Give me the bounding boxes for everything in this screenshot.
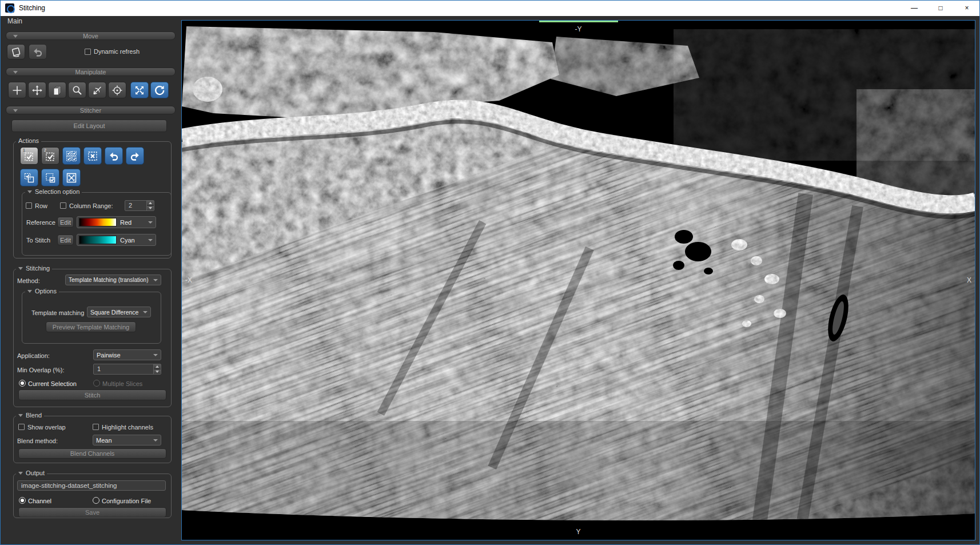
output-filename-input[interactable]: image-stitching-dataset_stitching (17, 480, 166, 491)
spin-down-icon[interactable] (147, 206, 154, 210)
collapse-arrow-icon (13, 71, 18, 74)
current-selection-radio[interactable] (19, 380, 26, 387)
collapse-arrow-icon (13, 109, 18, 112)
undo-button[interactable] (105, 147, 123, 165)
rotate-tool-button[interactable] (88, 82, 106, 98)
move-undo-button[interactable] (29, 44, 47, 59)
reference-label: Reference (26, 219, 55, 226)
configuration-file-radio[interactable] (93, 497, 99, 504)
row-checkbox[interactable] (26, 202, 32, 209)
axis-label-bottom: Y (576, 528, 580, 536)
tilt-layout-button[interactable] (7, 44, 25, 59)
application-dropdown[interactable]: Pairwise (93, 349, 161, 360)
chevron-down-icon (148, 221, 153, 224)
save-button[interactable]: Save (18, 507, 166, 518)
reference-colormap-select[interactable]: Red (77, 216, 156, 228)
to-stitch-colormap-name: Cyan (120, 237, 135, 244)
row-label: Row (35, 202, 47, 210)
collapse-arrow-icon (18, 472, 23, 475)
output-group-title[interactable]: Output (16, 470, 47, 476)
microscopy-tissue-image (182, 21, 975, 540)
show-overlap-label: Show overlap (27, 424, 66, 431)
pan-tool-button[interactable] (28, 82, 46, 98)
preview-template-matching-button[interactable]: Preview Template Matching (46, 321, 136, 332)
stitch-button[interactable]: Stitch (18, 389, 166, 400)
apply-selection-button[interactable] (41, 169, 59, 186)
section-header-move[interactable]: Move (6, 31, 176, 40)
range-spinner[interactable]: 2 (125, 200, 154, 211)
range-value: 2 (125, 201, 146, 210)
zoom-tool-button[interactable] (68, 82, 86, 98)
application-value: Pairwise (97, 352, 121, 359)
redo-icon (129, 150, 141, 162)
reference-edit-button[interactable]: Edit (57, 217, 74, 228)
options-group-title[interactable]: Options (25, 288, 59, 295)
copy-selection-button[interactable] (20, 169, 38, 186)
template-matching-dropdown[interactable]: Square Difference (87, 307, 151, 317)
spin-down-icon[interactable] (154, 369, 161, 374)
multiple-slices-radio[interactable] (93, 380, 100, 387)
center-target-button[interactable] (108, 82, 126, 98)
channel-radio[interactable] (19, 497, 26, 504)
stitching-group-title[interactable]: Stitching (16, 265, 52, 272)
expand-selection-button[interactable] (62, 169, 81, 186)
min-overlap-spinner[interactable]: 1 (93, 364, 161, 375)
current-selection-label: Current Selection (28, 380, 77, 388)
expand-selection-icon (66, 172, 77, 184)
axis-label-top: -Y (575, 25, 582, 33)
center-target-icon (111, 85, 123, 96)
section-header-label: Stitcher (80, 107, 101, 114)
blend-group-title[interactable]: Blend (16, 412, 44, 419)
reset-rotation-button[interactable] (150, 82, 169, 98)
spin-up-icon[interactable] (154, 364, 161, 369)
to-stitch-colormap-select[interactable]: Cyan (77, 234, 156, 246)
select-all-button[interactable] (62, 147, 81, 165)
column-checkbox[interactable] (60, 202, 66, 209)
window-title: Stitching (19, 4, 45, 12)
template-matching-value: Square Difference (90, 309, 138, 316)
method-dropdown[interactable]: Template Matching (translation) (65, 275, 161, 285)
undo-icon (108, 150, 119, 162)
minimize-button[interactable]: — (901, 0, 927, 16)
blend-channels-button[interactable]: Blend Channels (18, 448, 166, 459)
dynamic-refresh-checkbox[interactable] (85, 49, 91, 55)
slices-tool-button[interactable] (48, 82, 66, 98)
spin-up-icon[interactable] (147, 201, 154, 206)
slices-stack-icon (51, 85, 63, 96)
select-group-1-button[interactable]: 1 (20, 147, 38, 165)
edit-layout-button[interactable]: Edit Layout (11, 120, 167, 132)
selected-edge-highlight (539, 21, 618, 22)
highlight-channels-checkbox[interactable] (93, 424, 99, 430)
tab-main[interactable]: Main (7, 18, 22, 25)
select-group-1-icon (23, 150, 35, 162)
actions-group-title: Actions (16, 137, 41, 144)
collapse-arrow-icon (18, 267, 23, 270)
highlight-channels-label: Highlight channels (102, 424, 153, 431)
chevron-down-icon (153, 439, 158, 441)
deselect-all-icon (87, 150, 98, 162)
close-button[interactable]: × (954, 0, 980, 16)
badge-1: 1 (23, 148, 25, 152)
blend-method-label: Blend method: (17, 437, 58, 445)
to-stitch-edit-button[interactable]: Edit (57, 234, 74, 245)
rotate-tool-icon (91, 85, 103, 96)
section-header-label: Manipulate (75, 69, 106, 75)
crosshair-tool-button[interactable] (8, 82, 26, 98)
app-logo-ring-icon (5, 3, 14, 13)
select-group-2-button[interactable]: 2 (41, 147, 59, 165)
show-overlap-checkbox[interactable] (18, 424, 25, 430)
maximize-button[interactable]: □ (927, 0, 954, 16)
deselect-all-button[interactable] (83, 147, 102, 165)
collapse-arrow-icon (27, 290, 32, 293)
reset-rotation-icon (154, 85, 165, 96)
multiple-slices-label: Multiple Slices (102, 380, 142, 388)
section-header-stitcher[interactable]: Stitcher (6, 106, 176, 114)
fit-view-button[interactable] (130, 82, 149, 98)
selection-option-title[interactable]: Selection option (25, 188, 82, 195)
blend-method-dropdown[interactable]: Mean (93, 435, 161, 445)
redo-button[interactable] (126, 147, 144, 165)
undo-icon (32, 46, 43, 58)
stitched-image-canvas[interactable]: -Y Y -X X (181, 20, 975, 540)
red-colormap-gradient (79, 218, 117, 226)
section-header-manipulate[interactable]: Manipulate (6, 67, 176, 76)
